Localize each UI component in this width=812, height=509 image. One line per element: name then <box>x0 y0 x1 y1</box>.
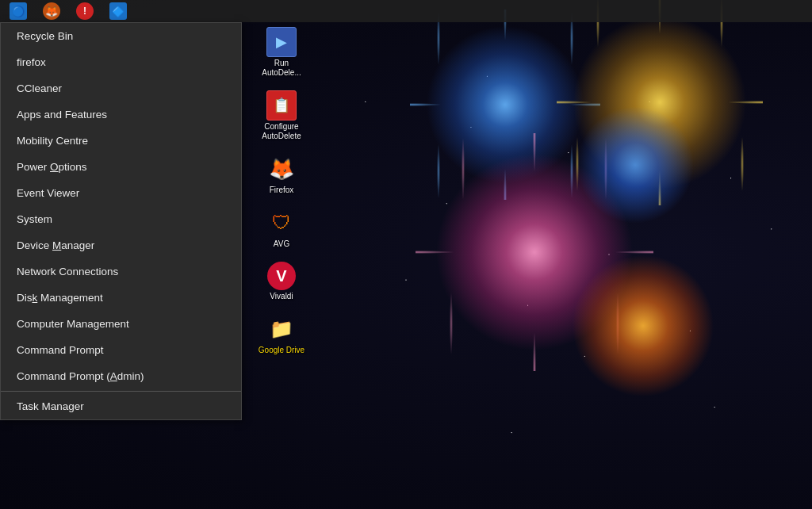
taskbar-icon-1[interactable]: 🔵 <box>2 0 35 22</box>
menu-item-task-manager[interactable]: Task Manager <box>1 393 241 419</box>
menu-item-event-viewer-label: Event Viewer <box>17 187 79 199</box>
menu-item-computer-management[interactable]: Computer Management <box>1 311 241 337</box>
menu-item-ccleaner-label: CCleaner <box>17 82 62 94</box>
menu-item-command-prompt-admin-label: Command Prompt (Admin) <box>17 370 144 382</box>
taskbar-icon-2[interactable]: 🦊 <box>35 0 68 22</box>
menu-item-command-prompt-label: Command Prompt <box>17 344 104 356</box>
menu-item-power-options-label: Power Options <box>17 161 87 173</box>
menu-item-command-prompt-admin[interactable]: Command Prompt (Admin) <box>1 363 241 389</box>
desktop-icon-google-drive[interactable]: 📁 Google Drive <box>250 311 313 358</box>
taskbar-icon-3[interactable]: ! <box>68 0 102 22</box>
context-menu: Recycle Bin firefox CCleaner Apps and Fe… <box>0 22 242 420</box>
menu-item-apps-features-label: Apps and Features <box>17 109 107 121</box>
menu-item-system-label: System <box>17 213 52 225</box>
desktop-icon-avg[interactable]: 🛡 AVG <box>250 205 313 252</box>
firework-blue2 <box>572 101 699 228</box>
desktop-icon-vivaldi[interactable]: V Vivaldi <box>250 258 313 304</box>
menu-item-system[interactable]: System <box>1 206 241 232</box>
menu-item-task-manager-label: Task Manager <box>17 400 84 412</box>
menu-item-power-options[interactable]: Power Options <box>1 154 241 180</box>
menu-item-computer-management-label: Computer Management <box>17 318 129 330</box>
menu-item-ccleaner[interactable]: CCleaner <box>1 75 241 101</box>
desktop-icon-run-autodelete[interactable]: ▶ RunAutoDele... <box>250 24 313 81</box>
menu-item-mobility-centre-label: Mobility Centre <box>17 135 88 147</box>
menu-item-firefox-label: firefox <box>17 56 46 68</box>
menu-item-event-viewer[interactable]: Event Viewer <box>1 180 241 206</box>
menu-item-disk-management-label: Disk Management <box>17 292 103 304</box>
menu-item-firefox[interactable]: firefox <box>1 49 241 75</box>
firework-orange <box>572 254 714 397</box>
menu-item-disk-management[interactable]: Disk Management <box>1 285 241 311</box>
menu-item-network-connections[interactable]: Network Connections <box>1 258 241 285</box>
desktop-icons-area: ▶ RunAutoDele... 📋 ConfigureAutoDelete 🦊… <box>250 24 313 365</box>
menu-item-device-manager-label: Device Manager <box>17 239 94 251</box>
menu-item-device-manager[interactable]: Device Manager <box>1 232 241 258</box>
menu-item-network-connections-label: Network Connections <box>17 266 118 277</box>
desktop-icon-firefox[interactable]: 🦊 Firefox <box>250 151 313 198</box>
desktop-icon-configure-autodelete[interactable]: 📋 ConfigureAutoDelete <box>250 87 313 144</box>
menu-item-recycle-bin-label: Recycle Bin <box>17 30 73 42</box>
taskbar: 🔵 🦊 ! 🔷 <box>0 0 812 22</box>
menu-item-apps-features[interactable]: Apps and Features <box>1 101 241 128</box>
menu-item-mobility-centre[interactable]: Mobility Centre <box>1 128 241 154</box>
menu-divider <box>1 391 241 392</box>
menu-item-recycle-bin[interactable]: Recycle Bin <box>1 23 241 49</box>
taskbar-icons: 🔵 🦊 ! 🔷 <box>0 0 136 22</box>
menu-item-command-prompt[interactable]: Command Prompt <box>1 337 241 363</box>
taskbar-icon-4[interactable]: 🔷 <box>102 0 135 22</box>
